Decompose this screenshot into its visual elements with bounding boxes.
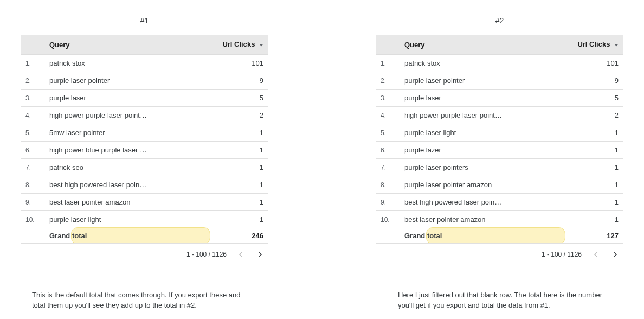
header-query[interactable]: Query [45, 35, 208, 55]
prev-page-button[interactable] [590, 249, 601, 260]
row-index: 4. [21, 107, 45, 124]
table-row[interactable]: 2.purple laser pointer9 [376, 72, 623, 90]
row-clicks: 1 [563, 159, 623, 176]
row-index: 9. [21, 194, 45, 211]
header-url-clicks-label: Url Clicks [577, 40, 610, 48]
row-clicks: 101 [563, 55, 623, 72]
grand-total-value: 246 [208, 228, 268, 244]
row-index: 4. [376, 107, 400, 124]
header-index [21, 35, 45, 55]
grand-total-value: 127 [563, 228, 623, 244]
table-row[interactable]: 4.high power purple laser point…2 [376, 107, 623, 124]
row-index: 3. [21, 90, 45, 107]
table-row[interactable]: 5.purple laser light1 [376, 124, 623, 142]
sort-desc-icon [614, 41, 619, 49]
grand-total-label: Grand total [404, 232, 442, 240]
table-row[interactable]: 7.patrick seo1 [21, 159, 268, 176]
row-index: 8. [376, 176, 400, 194]
row-query: purple laser pointers [400, 159, 563, 176]
row-query: purple lazer [400, 142, 563, 159]
header-query[interactable]: Query [400, 35, 563, 55]
table-row[interactable]: 7.purple laser pointers1 [376, 159, 623, 176]
table-row[interactable]: 8.purple laser pointer amazon1 [376, 176, 623, 194]
row-query: best high powered laser poin… [45, 176, 208, 194]
panel-1: #1 Query Url Clicks 1.patrick stox101 2.… [21, 13, 268, 311]
grand-total-label: Grand total [49, 232, 87, 240]
table-row[interactable]: 2.purple laser pointer9 [21, 72, 268, 90]
row-query: purple laser [400, 90, 563, 107]
row-index: 9. [376, 194, 400, 211]
table-row[interactable]: 3.purple laser5 [376, 90, 623, 107]
sort-desc-icon [259, 41, 263, 49]
row-query: purple laser pointer [45, 72, 208, 90]
row-clicks: 5 [208, 90, 268, 107]
row-clicks: 9 [208, 72, 268, 90]
row-query: best laser pointer amazon [400, 211, 563, 228]
row-index: 7. [376, 159, 400, 176]
row-clicks: 1 [208, 211, 268, 228]
row-clicks: 5 [563, 90, 623, 107]
row-clicks: 9 [563, 72, 623, 90]
table-row[interactable]: 9.best laser pointer amazon1 [21, 194, 268, 211]
row-index: 8. [21, 176, 45, 194]
row-clicks: 1 [563, 194, 623, 211]
row-query: best laser pointer amazon [45, 194, 208, 211]
row-index: 7. [21, 159, 45, 176]
table-row[interactable]: 3.purple laser5 [21, 90, 268, 107]
header-url-clicks[interactable]: Url Clicks [208, 35, 268, 55]
row-query: purple laser light [400, 124, 563, 142]
next-page-button[interactable] [610, 249, 621, 260]
row-index: 2. [21, 72, 45, 90]
table-row[interactable]: 9.best high powered laser poin…1 [376, 194, 623, 211]
table-row[interactable]: 5.5mw laser pointer1 [21, 124, 268, 142]
row-query: purple laser [45, 90, 208, 107]
table-row[interactable]: 8.best high powered laser poin…1 [21, 176, 268, 194]
header-url-clicks[interactable]: Url Clicks [563, 35, 623, 55]
table-row[interactable]: 1.patrick stox101 [21, 55, 268, 72]
panel-2: #2 Query Url Clicks 1.patrick stox101 2.… [376, 13, 623, 311]
header-index [376, 35, 400, 55]
row-query: high power purple laser point… [400, 107, 563, 124]
pager-range: 1 - 100 / 1126 [186, 251, 227, 258]
row-clicks: 101 [208, 55, 268, 72]
comparison-container: #1 Query Url Clicks 1.patrick stox101 2.… [0, 0, 644, 311]
row-query: purple laser light [45, 211, 208, 228]
next-page-button[interactable] [255, 249, 266, 260]
header-url-clicks-label: Url Clicks [222, 40, 255, 48]
row-clicks: 1 [208, 124, 268, 142]
grand-total-row: Grand total 127 [376, 228, 623, 244]
svg-marker-1 [615, 44, 618, 46]
row-index: 3. [376, 90, 400, 107]
panel-1-table: Query Url Clicks 1.patrick stox101 2.pur… [21, 35, 268, 244]
row-index: 5. [376, 124, 400, 142]
row-clicks: 1 [208, 142, 268, 159]
panel-2-caption: Here I just filtered out that blank row.… [398, 290, 615, 311]
pager: 1 - 100 / 1126 [376, 244, 623, 260]
row-clicks: 1 [563, 124, 623, 142]
table-row[interactable]: 6.high power blue purple laser …1 [21, 142, 268, 159]
row-clicks: 1 [563, 142, 623, 159]
row-clicks: 1 [563, 176, 623, 194]
prev-page-button[interactable] [235, 249, 246, 260]
table-row[interactable]: 1.patrick stox101 [376, 55, 623, 72]
row-clicks: 1 [208, 176, 268, 194]
highlight-bar [426, 227, 565, 244]
row-clicks: 2 [208, 107, 268, 124]
row-clicks: 1 [563, 211, 623, 228]
svg-marker-0 [260, 44, 263, 46]
row-query: purple laser pointer amazon [400, 176, 563, 194]
table-row[interactable]: 10.purple laser light1 [21, 211, 268, 228]
row-clicks: 1 [208, 194, 268, 211]
table-row[interactable]: 4.high power purple laser point…2 [21, 107, 268, 124]
row-query: patrick seo [45, 159, 208, 176]
row-index: 2. [376, 72, 400, 90]
panel-1-title: #1 [21, 16, 268, 25]
table-row[interactable]: 10.best laser pointer amazon1 [376, 211, 623, 228]
row-query: high power purple laser point… [45, 107, 208, 124]
row-query: high power blue purple laser … [45, 142, 208, 159]
row-index: 6. [376, 142, 400, 159]
table-row[interactable]: 6.purple lazer1 [376, 142, 623, 159]
row-query: patrick stox [400, 55, 563, 72]
row-index: 1. [21, 55, 45, 72]
row-index: 6. [21, 142, 45, 159]
